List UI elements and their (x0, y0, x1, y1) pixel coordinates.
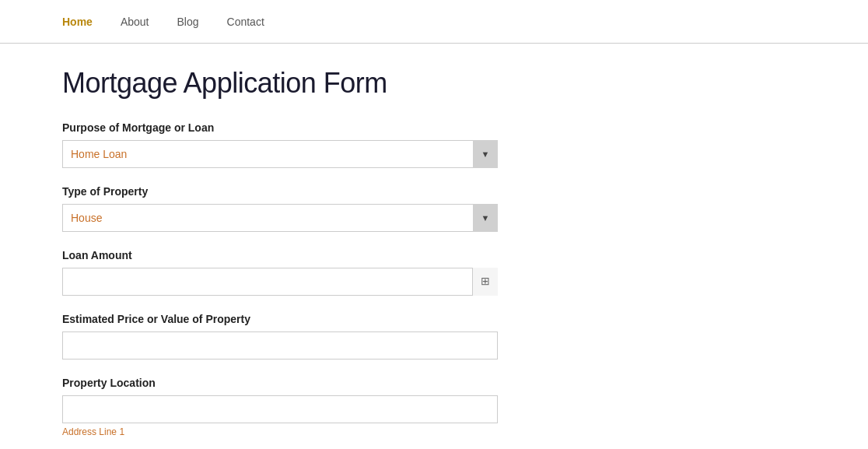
nav-contact[interactable]: Contact (227, 16, 264, 28)
loan-amount-group: Loan Amount (62, 249, 806, 296)
estimated-price-group: Estimated Price or Value of Property (62, 313, 806, 360)
estimated-price-input[interactable] (62, 331, 498, 360)
property-location-label: Property Location (62, 377, 806, 389)
nav-home[interactable]: Home (62, 16, 93, 28)
page-title: Mortgage Application Form (62, 67, 806, 100)
property-type-select[interactable]: House Apartment Condo Land (62, 204, 498, 232)
nav-about[interactable]: About (121, 16, 149, 28)
property-location-input[interactable] (62, 395, 498, 423)
property-location-group: Property Location Address Line 1 (62, 377, 806, 437)
purpose-group: Purpose of Mortgage or Loan Home Loan Re… (62, 121, 806, 168)
property-type-group: Type of Property House Apartment Condo L… (62, 185, 806, 232)
purpose-label: Purpose of Mortgage or Loan (62, 121, 806, 134)
loan-amount-label: Loan Amount (62, 249, 806, 261)
navigation: Home About Blog Contact (0, 0, 868, 44)
property-type-label: Type of Property (62, 185, 806, 198)
estimated-price-label: Estimated Price or Value of Property (62, 313, 806, 325)
main-content: Mortgage Application Form Purpose of Mor… (0, 44, 868, 449)
address-hint: Address Line 1 (62, 426, 806, 437)
purpose-select-wrapper: Home Loan Refinance Investment (62, 140, 498, 168)
loan-amount-input-wrapper (62, 268, 498, 296)
nav-blog[interactable]: Blog (177, 16, 199, 28)
loan-amount-input[interactable] (62, 268, 498, 296)
property-type-select-wrapper: House Apartment Condo Land (62, 204, 498, 232)
purpose-select[interactable]: Home Loan Refinance Investment (62, 140, 498, 168)
